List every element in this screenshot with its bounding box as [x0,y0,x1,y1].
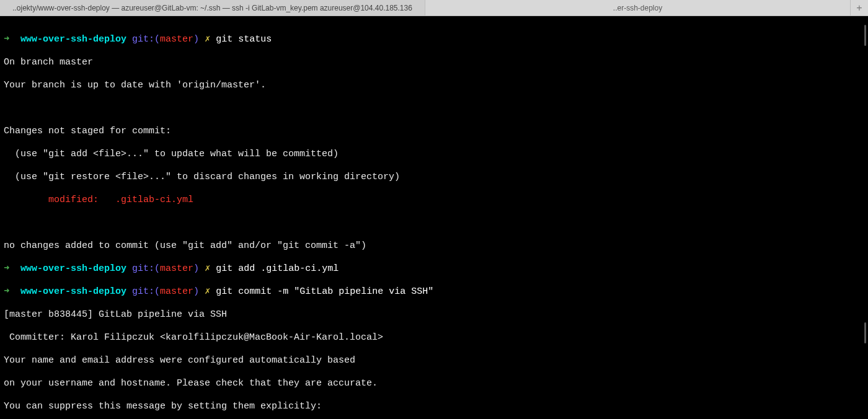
tab-deploy[interactable]: ..er-ssh-deploy [425,0,851,15]
prompt-dirty-icon: ✗ [205,34,216,45]
output-line [4,218,864,229]
output-line: Changes not staged for commit: [4,126,864,138]
prompt-git-close: ) [193,286,205,297]
prompt-line: ➜ www-over-ssh-deploy git:(master) ✗ git… [4,263,864,275]
prompt-dir: www-over-ssh-deploy [20,286,126,297]
cmd-git-status: git status [216,34,272,45]
terminal-output[interactable]: ➜ www-over-ssh-deploy git:(master) ✗ git… [0,16,868,419]
modified-file: .gitlab-ci.yml [115,195,193,205]
output-line: (use "git restore <file>..." to discard … [4,172,864,183]
output-line: no changes added to commit (use "git add… [4,240,864,252]
prompt-arrow-icon: ➜ [4,263,20,274]
tab-ssh-session[interactable]: ..ojekty/www-over-ssh-deploy — azureuser… [0,0,425,15]
prompt-git-close: ) [193,34,205,45]
new-tab-button[interactable]: + [851,0,868,15]
output-line: on your username and hostname. Please ch… [4,378,864,390]
scrollbar-thumb[interactable] [864,25,866,46]
cmd-git-commit: git commit -m "GitLab pipeline via SSH" [216,286,433,297]
scrollbar-thumb[interactable] [864,322,866,343]
output-line-modified: modified: .gitlab-ci.yml [4,195,864,206]
prompt-dirty-icon: ✗ [205,286,216,297]
output-line: On branch master [4,57,864,69]
output-line [4,103,864,115]
output-line: Your branch is up to date with 'origin/m… [4,80,864,92]
prompt-arrow-icon: ➜ [4,34,20,45]
modified-prefix: modified: [4,195,115,205]
output-line: [master b838445] GitLab pipeline via SSH [4,309,864,321]
prompt-branch: master [160,34,193,45]
prompt-branch: master [160,286,193,297]
cmd-git-add: git add .gitlab-ci.yml [216,263,339,274]
prompt-dir: www-over-ssh-deploy [20,263,126,274]
prompt-line: ➜ www-over-ssh-deploy git:(master) ✗ git… [4,286,864,298]
prompt-git-close: ) [193,263,205,274]
prompt-dirty-icon: ✗ [205,263,216,274]
prompt-git-open: git:( [126,286,160,297]
prompt-git-open: git:( [126,263,160,274]
output-line: Committer: Karol Filipczuk <karolfilipcz… [4,332,864,344]
output-line: (use "git add <file>..." to update what … [4,149,864,161]
prompt-branch: master [160,263,193,274]
prompt-line: ➜ www-over-ssh-deploy git:(master) ✗ git… [4,34,864,46]
prompt-arrow-icon: ➜ [4,286,20,297]
prompt-dir: www-over-ssh-deploy [20,34,126,45]
prompt-git-open: git:( [126,34,160,45]
output-line: Your name and email address were configu… [4,355,864,367]
output-line: You can suppress this message by setting… [4,401,864,413]
tab-bar: ..ojekty/www-over-ssh-deploy — azureuser… [0,0,868,16]
